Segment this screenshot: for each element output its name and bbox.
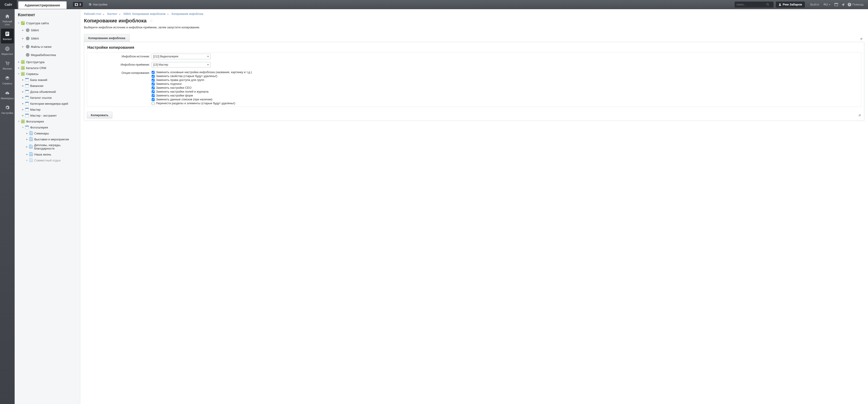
user-menu[interactable]: Рим Забаров bbox=[776, 2, 805, 7]
rail-desktop[interactable]: Рабочий стол bbox=[0, 11, 14, 29]
tree-files[interactable]: Файлы и папки bbox=[18, 42, 78, 51]
stack-icon bbox=[0, 75, 14, 81]
option-0[interactable]: Заменить основные настройки инфоблока (н… bbox=[152, 70, 859, 74]
crumb-0[interactable]: Рабочий стол bbox=[84, 12, 101, 15]
options-list: Заменить основные настройки инфоблока (н… bbox=[152, 70, 859, 105]
folder-icon bbox=[29, 158, 33, 162]
rail-content[interactable]: Контент bbox=[1, 29, 14, 43]
search-input[interactable] bbox=[737, 3, 766, 6]
panel-icon[interactable] bbox=[833, 3, 840, 6]
tree-masterx[interactable]: Мастер - экстранет bbox=[18, 113, 78, 118]
tree-vac[interactable]: Вакансии bbox=[18, 83, 78, 89]
tab-site[interactable]: Сайт bbox=[0, 0, 17, 9]
section-title: Настройки копирования bbox=[84, 42, 864, 52]
copy-button[interactable]: Копировать bbox=[87, 112, 112, 118]
topbar-settings[interactable]: Настройки bbox=[86, 0, 110, 9]
option-checkbox-2[interactable] bbox=[152, 79, 155, 82]
option-8[interactable]: Перенести разделы и элементы (старые буд… bbox=[152, 101, 859, 105]
tree-kb[interactable]: База знаний bbox=[18, 77, 78, 83]
tree-services[interactable]: Сервисы bbox=[18, 71, 78, 77]
option-checkbox-3[interactable] bbox=[152, 83, 155, 86]
tab-admin[interactable]: Администрирование bbox=[18, 1, 67, 9]
search-box[interactable] bbox=[735, 2, 774, 7]
crumb-2[interactable]: SIMAI: Копирование инфоблоков bbox=[123, 12, 165, 15]
svg-rect-5 bbox=[6, 34, 8, 35]
logout-link[interactable]: Выйти bbox=[808, 3, 822, 6]
option-label: Перенести разделы и элементы (старые буд… bbox=[156, 101, 235, 105]
tab-copy[interactable]: Копирование инфоблока bbox=[84, 34, 130, 42]
option-checkbox-7[interactable] bbox=[152, 98, 155, 101]
user-name: Рим Забаров bbox=[783, 3, 802, 6]
rail-label: Маркетинг bbox=[0, 53, 14, 56]
tree-org[interactable]: Оргструктура bbox=[18, 59, 78, 65]
tree-panel: Контент Структура сайта SIMAI SIMAI Файл… bbox=[14, 9, 80, 404]
option-6[interactable]: Заменить настройки форм bbox=[152, 94, 859, 97]
option-checkbox-0[interactable] bbox=[152, 71, 155, 74]
crumb-1[interactable]: Контент bbox=[107, 12, 117, 15]
svg-rect-4 bbox=[6, 33, 9, 34]
help-link[interactable]: ? Помощь bbox=[847, 3, 866, 6]
target-icon bbox=[0, 46, 14, 52]
tree-structure[interactable]: Структура сайта bbox=[18, 20, 78, 26]
tree-simai-1[interactable]: SIMAI bbox=[18, 26, 78, 34]
svg-point-10 bbox=[8, 64, 9, 65]
topbar-settings-label: Настройки bbox=[93, 3, 107, 6]
option-label: Заменить основные настройки инфоблока (н… bbox=[156, 70, 252, 74]
tree-simai-2[interactable]: SIMAI bbox=[18, 34, 78, 42]
rail-services[interactable]: Сервисы bbox=[0, 73, 14, 88]
tree-board[interactable]: Доска объявлений bbox=[18, 89, 78, 95]
option-label: Заменить данные списков (при наличии) bbox=[156, 98, 213, 101]
search-icon[interactable] bbox=[766, 3, 769, 6]
option-checkbox-6[interactable] bbox=[152, 94, 155, 97]
option-1[interactable]: Заменить свойства (старые будут удалены!… bbox=[152, 74, 859, 78]
pin-icon[interactable] bbox=[840, 3, 847, 6]
tree-links[interactable]: Каталог ссылок bbox=[18, 95, 78, 101]
option-label: Заменить подписи bbox=[156, 82, 182, 86]
label-dest: Инфоблок-приёмник: bbox=[89, 62, 152, 66]
option-2[interactable]: Заменить права доступа для групп bbox=[152, 78, 859, 82]
panel-pin-icon[interactable] bbox=[858, 114, 861, 117]
tabbar-pin-icon[interactable] bbox=[858, 36, 864, 42]
option-checkbox-5[interactable] bbox=[152, 90, 155, 93]
tree-photo-2[interactable]: Фотогалерея bbox=[18, 124, 78, 130]
tree-sem[interactable]: Семинары bbox=[18, 130, 78, 136]
rail-shop[interactable]: Магазин bbox=[0, 58, 14, 73]
book-icon bbox=[21, 60, 25, 64]
rail-settings[interactable]: Настройки bbox=[0, 102, 14, 117]
option-3[interactable]: Заменить подписи bbox=[152, 82, 859, 86]
crumb-3[interactable]: Копирование инфоблока bbox=[172, 12, 203, 15]
favorite-star-icon[interactable]: ☆ bbox=[149, 18, 153, 23]
topbar-notifications[interactable]: 3 bbox=[70, 0, 86, 9]
option-7[interactable]: Заменить данные списков (при наличии) bbox=[152, 97, 859, 101]
tree-joint[interactable]: Совместный отдых bbox=[18, 157, 78, 163]
folder-icon bbox=[29, 153, 33, 156]
workarea: Рабочий стол▶ Контент▶ SIMAI: Копировани… bbox=[80, 9, 868, 404]
lang-switch[interactable]: RU bbox=[822, 3, 833, 6]
select-dest[interactable]: [13] Мастер bbox=[152, 62, 211, 67]
dot-icon bbox=[26, 53, 30, 57]
tree-dip[interactable]: Дипломы, награды, благодарности bbox=[18, 142, 78, 151]
tree-master[interactable]: Мастер bbox=[18, 106, 78, 113]
tree-media[interactable]: Медиабиблиотека bbox=[18, 51, 78, 59]
option-checkbox-4[interactable] bbox=[152, 86, 155, 89]
rail-marketing[interactable]: Маркетинг bbox=[0, 43, 14, 58]
folder-icon bbox=[29, 131, 33, 135]
book-icon bbox=[21, 120, 25, 123]
tree-photo[interactable]: Фотогалерея bbox=[18, 118, 78, 124]
option-checkbox-1[interactable] bbox=[152, 75, 155, 78]
page-description: Выберите инфоблок-источник и инфоблок-пр… bbox=[84, 26, 864, 29]
left-rail: Рабочий стол Контент Маркетинг Магазин С… bbox=[0, 9, 14, 404]
option-5[interactable]: Заменить настройки полей и журнала bbox=[152, 90, 859, 94]
option-checkbox-8[interactable] bbox=[152, 102, 155, 105]
user-icon bbox=[779, 3, 781, 6]
option-4[interactable]: Заменить настройки СЕО bbox=[152, 86, 859, 90]
rail-label: Marketplace bbox=[0, 97, 14, 100]
rail-marketplace[interactable]: Marketplace bbox=[0, 88, 14, 103]
select-source[interactable]: [212] Видеогалерея bbox=[152, 54, 211, 59]
tree-ideas[interactable]: Категории менеджера идей bbox=[18, 101, 78, 106]
tree-exh[interactable]: Выставки и мероприятия bbox=[18, 136, 78, 142]
option-label: Заменить настройки форм bbox=[156, 94, 193, 97]
tree-crm[interactable]: Каталоги CRM bbox=[18, 65, 78, 71]
book-icon bbox=[21, 66, 25, 70]
tree-life[interactable]: Наша жизнь bbox=[18, 151, 78, 157]
